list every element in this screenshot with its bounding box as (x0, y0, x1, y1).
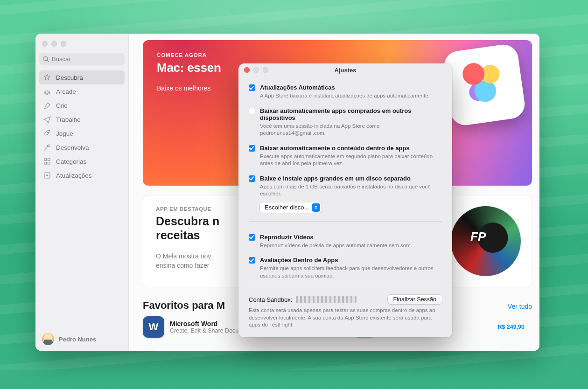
sidebar-item-label: Crie (56, 102, 68, 109)
prefs-traffic-lights[interactable] (244, 67, 268, 73)
pref-desc: A App Store baixará e instalará atualiza… (260, 92, 442, 100)
pref-title: Baixar automaticamente apps comprados em… (260, 107, 442, 121)
search-input[interactable]: Buscar (39, 53, 125, 65)
sidebar-item-label: Descubra (56, 74, 83, 81)
traffic-minimize[interactable] (51, 41, 57, 47)
svg-rect-4 (48, 159, 50, 161)
sidebar-item-label: Atualizações (56, 172, 92, 179)
svg-point-2 (47, 132, 48, 133)
checkbox[interactable] (249, 145, 255, 152)
price-button[interactable]: R$ 249,90 (490, 322, 532, 332)
svg-rect-5 (44, 162, 47, 165)
hammer-icon (43, 143, 51, 152)
pref-auto-download-content: Baixar automaticamente o conteúdo dentro… (249, 139, 442, 169)
pref-auto-download-purchased: Baixar automaticamente apps comprados em… (249, 102, 442, 139)
checkbox[interactable] (249, 175, 255, 182)
account-name: Pedro Nunes (59, 336, 96, 343)
sidebar-item-arcade[interactable]: Arcade (39, 84, 125, 98)
sidebar-item-label: Categorias (56, 158, 86, 165)
svg-rect-6 (48, 162, 50, 165)
see-all-link[interactable]: Ver tudo (508, 303, 532, 310)
app-icon-word (143, 316, 164, 338)
feature-artwork (451, 206, 521, 276)
pref-title: Reproduzir Vídeos (260, 234, 442, 241)
search-icon (43, 56, 49, 62)
pref-desc: Apps com mais de 1 GB serão baixados e i… (260, 183, 442, 198)
hero-app-artwork (442, 43, 527, 127)
sandbox-account-redacted (296, 296, 357, 303)
pref-auto-updates: Atualizações Automáticas A App Store bai… (249, 78, 442, 102)
pref-desc: Execute apps automaticamente em segundo … (260, 153, 442, 167)
preferences-window: Ajustes Atualizações Automáticas A App S… (238, 63, 452, 337)
choose-disk-label: Escolher disco... (265, 204, 309, 211)
brush-icon (43, 101, 51, 110)
sidebar-item-atualizacoes[interactable]: Atualizações (39, 168, 125, 182)
pref-large-apps-separate-disk: Baixe e instale apps grandes em um disco… (249, 169, 442, 200)
sidebar-item-label: Arcade (56, 88, 76, 95)
traffic-minimize[interactable] (253, 67, 259, 73)
sidebar-item-categorias[interactable]: Categorias (39, 154, 125, 168)
pref-desc: Permite que apps solicitem feedback para… (260, 265, 442, 279)
pref-title: Avaliações Dentro de Apps (260, 257, 442, 264)
traffic-zoom[interactable] (61, 41, 66, 47)
divider (249, 221, 442, 222)
sidebar: Buscar Descubra Arcade Crie Trabalhe Jog… (35, 34, 129, 351)
traffic-close[interactable] (244, 67, 250, 73)
checkbox[interactable] (249, 84, 255, 91)
account-chip[interactable]: Pedro Nunes (39, 329, 125, 347)
checkbox[interactable] (249, 234, 255, 241)
checkbox[interactable] (249, 257, 255, 264)
pref-desc: Você tem uma sessão iniciada na App Stor… (260, 123, 442, 137)
pref-in-app-ratings: Avaliações Dentro de Apps Permite que ap… (249, 251, 442, 281)
sandbox-account-row: Conta Sandbox: Finalizar Sessão (249, 295, 442, 304)
avatar (42, 333, 54, 345)
prefs-title: Ajustes (335, 67, 357, 74)
prefs-titlebar[interactable]: Ajustes (238, 63, 452, 76)
popup-stepper-icon (312, 203, 320, 212)
search-placeholder: Buscar (52, 56, 70, 63)
sign-out-button[interactable]: Finalizar Sessão (388, 295, 442, 304)
pref-play-videos: Reproduzir Vídeos Reproduz vídeos de pré… (249, 228, 442, 251)
traffic-zoom[interactable] (263, 67, 268, 73)
sidebar-item-crie[interactable]: Crie (39, 98, 125, 112)
rocket-icon (43, 129, 51, 138)
sidebar-item-label: Desenvolva (56, 144, 89, 151)
window-traffic-lights[interactable] (39, 38, 125, 53)
sidebar-item-trabalhe[interactable]: Trabalhe (39, 112, 125, 126)
svg-line-1 (47, 60, 49, 62)
sandbox-description: Esta conta será usada apenas para testar… (249, 307, 442, 329)
choose-disk-popup[interactable]: Escolher disco... (260, 202, 322, 213)
pref-title: Baixe e instale apps grandes em um disco… (260, 175, 442, 182)
sidebar-item-label: Trabalhe (56, 116, 81, 123)
pref-title: Baixar automaticamente o conteúdo dentro… (260, 145, 442, 152)
sidebar-item-desenvolva[interactable]: Desenvolva (39, 140, 125, 154)
traffic-close[interactable] (42, 41, 48, 47)
pref-desc: Reproduz vídeos de prévia de apps automa… (260, 242, 442, 250)
grid-icon (43, 157, 51, 166)
star-icon (43, 73, 51, 82)
pref-title: Atualizações Automáticas (260, 84, 442, 91)
checkbox[interactable] (249, 108, 255, 114)
arcade-icon (43, 87, 51, 96)
divider (249, 288, 442, 288)
favorites-heading: Favoritos para M (143, 299, 225, 312)
paperplane-icon (43, 115, 51, 124)
sandbox-label: Conta Sandbox: (249, 296, 292, 303)
svg-rect-3 (44, 159, 47, 161)
download-icon (43, 171, 51, 180)
sidebar-item-descubra[interactable]: Descubra (39, 70, 125, 84)
sidebar-item-label: Jogue (56, 130, 73, 137)
sidebar-item-jogue[interactable]: Jogue (39, 126, 125, 140)
